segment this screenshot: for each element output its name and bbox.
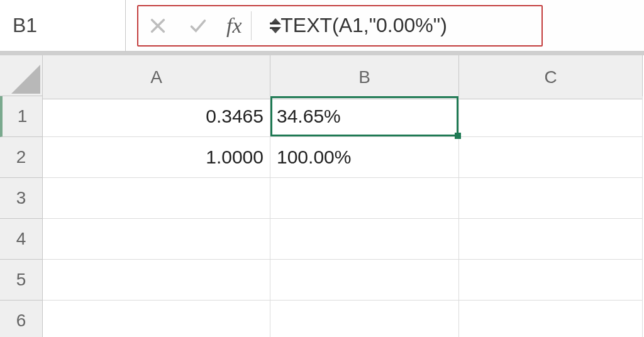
cell-B3[interactable] — [270, 178, 459, 219]
worksheet-grid: A B C 1 0.3465 34.65% 2 1.0000 100.00% 3… — [0, 52, 644, 337]
col-header-B[interactable]: B — [270, 55, 459, 99]
cell-B5[interactable] — [270, 260, 459, 301]
enter-button[interactable] — [186, 14, 210, 38]
cell-A5[interactable] — [43, 260, 270, 301]
formula-bar-right: fx — [126, 0, 644, 51]
cell-A3[interactable] — [43, 178, 270, 219]
col-header-A[interactable]: A — [43, 55, 270, 99]
name-box-wrap — [0, 0, 126, 51]
cell-C4[interactable] — [459, 219, 643, 260]
cell-C6[interactable] — [459, 301, 643, 337]
formula-bar: fx — [0, 0, 644, 52]
cell-A6[interactable] — [43, 301, 270, 337]
row-header-4[interactable]: 4 — [0, 219, 43, 260]
cell-A1[interactable]: 0.3465 — [43, 96, 270, 137]
formula-bar-highlight: fx — [137, 5, 543, 47]
cell-A4[interactable] — [43, 219, 270, 260]
fx-button[interactable]: fx — [226, 11, 252, 40]
row-header-6[interactable]: 6 — [0, 301, 43, 337]
formula-input[interactable] — [268, 13, 523, 38]
cell-C1[interactable] — [459, 96, 643, 137]
cell-B6[interactable] — [270, 301, 459, 337]
row-header-3[interactable]: 3 — [0, 178, 43, 219]
row-header-1[interactable]: 1 — [0, 96, 43, 137]
cell-C2[interactable] — [459, 137, 643, 178]
row-header-5[interactable]: 5 — [0, 260, 43, 301]
row-header-2[interactable]: 2 — [0, 137, 43, 178]
cell-C3[interactable] — [459, 178, 643, 219]
close-icon — [149, 17, 167, 35]
cell-C5[interactable] — [459, 260, 643, 301]
col-header-C[interactable]: C — [459, 55, 643, 99]
cancel-button[interactable] — [146, 14, 170, 38]
cell-B4[interactable] — [270, 219, 459, 260]
select-all-corner[interactable] — [0, 55, 43, 96]
cell-B1[interactable]: 34.65% — [270, 96, 459, 137]
check-icon — [187, 17, 209, 35]
cell-B2[interactable]: 100.00% — [270, 137, 459, 178]
cell-A2[interactable]: 1.0000 — [43, 137, 270, 178]
